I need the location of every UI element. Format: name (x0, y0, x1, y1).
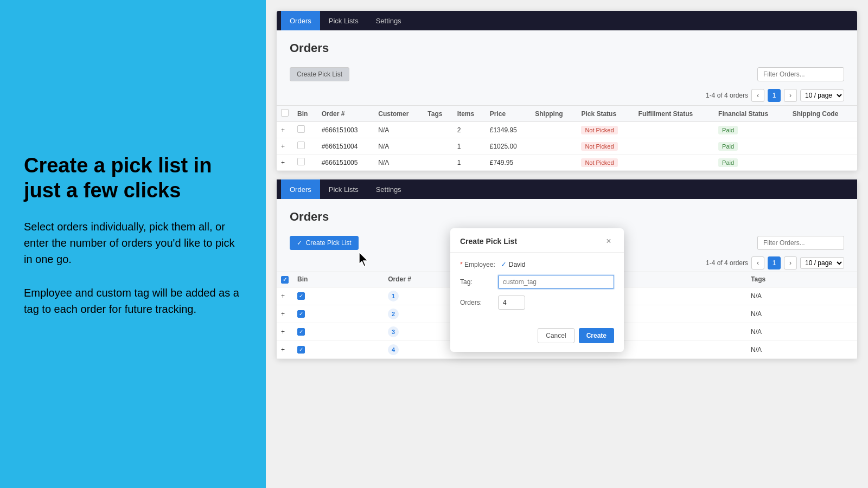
tab-picklists-2[interactable]: Pick Lists (320, 179, 367, 199)
th-select-all-2 (277, 272, 293, 287)
row1-customer: N/A (374, 122, 423, 138)
per-page-select-1[interactable]: 10 / page (800, 89, 844, 101)
bin-4: 4 (388, 344, 399, 355)
employee-row: Employee: ✓ David (460, 260, 614, 268)
row3-customer: N/A (374, 155, 423, 171)
expand-r4[interactable]: + (277, 341, 293, 358)
row2-financial: Paid (714, 138, 788, 155)
page-content-1: Orders (277, 30, 857, 63)
create-pick-list-button-1[interactable]: Create Pick List (290, 67, 349, 81)
row2-customer: N/A (374, 138, 423, 155)
row3-fulfillment (634, 155, 714, 171)
page-2-btn[interactable]: 1 (768, 256, 781, 269)
employee-check-icon: ✓ (501, 260, 507, 268)
r3-cb[interactable] (293, 323, 384, 341)
tab-picklists-1[interactable]: Pick Lists (320, 11, 367, 30)
expand-2[interactable]: + (277, 138, 293, 155)
th-price-1: Price (486, 106, 531, 122)
row2-tags (423, 138, 453, 155)
tag-input[interactable] (498, 275, 614, 289)
orders-count-input[interactable] (498, 296, 525, 310)
right-panel: Orders Pick Lists Settings Orders Create… (266, 0, 868, 488)
pagination-info-2: 1-4 of 4 orders (706, 259, 748, 267)
create-pick-list-button-2[interactable]: ✓ Create Pick List (290, 236, 359, 250)
row3-order: #666151005 (317, 155, 374, 171)
modal-close-button[interactable]: × (603, 236, 614, 247)
r4-cb[interactable] (293, 341, 384, 358)
expand-r3[interactable]: + (277, 323, 293, 341)
modal-footer: Cancel Create (450, 324, 624, 343)
expand-r2[interactable]: + (277, 305, 293, 323)
app-window-1: Orders Pick Lists Settings Orders Create… (277, 11, 857, 171)
row2-pick-status: Not Picked (577, 138, 634, 155)
expand-1[interactable]: + (277, 122, 293, 138)
nav-bar-1: Orders Pick Lists Settings (277, 11, 857, 30)
tag-label: Tag: (460, 278, 493, 286)
next-page-1[interactable]: › (784, 89, 797, 102)
row3-shipping-code (788, 155, 857, 171)
r3-customer: N/A (746, 323, 857, 341)
r2-customer: N/A (746, 305, 857, 323)
create-button[interactable]: Create (579, 328, 614, 343)
th-items-1: Items (453, 106, 486, 122)
row2-checkbox[interactable] (293, 138, 317, 155)
row1-shipping (531, 122, 577, 138)
employee-label: Employee: (460, 261, 495, 268)
employee-select[interactable]: ✓ David (501, 260, 614, 268)
orders-row: Orders: (460, 296, 614, 310)
row3-checkbox[interactable] (293, 155, 317, 171)
row3-financial: Paid (714, 155, 788, 171)
pagination-1: 1-4 of 4 orders ‹ 1 › 10 / page (277, 86, 857, 105)
row3-shipping (531, 155, 577, 171)
pagination-info-1: 1-4 of 4 orders (706, 92, 748, 99)
tab-orders-2[interactable]: Orders (281, 179, 320, 199)
modal-title: Create Pick List (460, 237, 517, 246)
row3-items: 1 (453, 155, 486, 171)
select-all-checkbox-1[interactable] (281, 109, 289, 117)
prev-page-1[interactable]: ‹ (751, 89, 764, 102)
r2-cb[interactable] (293, 305, 384, 323)
toolbar-1: Create Pick List (277, 63, 857, 86)
filter-input-2[interactable] (757, 236, 844, 250)
th-shipping-code-1: Shipping Code (788, 106, 857, 122)
bin-1: 1 (388, 291, 399, 301)
row1-order: #666151003 (317, 122, 374, 138)
table-row: + #666151005 N/A 1 £749.95 Not Picked Pa… (277, 155, 857, 171)
modal-header: Create Pick List × (450, 228, 624, 253)
page-title-2: Orders (290, 210, 329, 223)
tag-row: Tag: (460, 275, 614, 289)
bin-3: 3 (388, 326, 399, 337)
th-shipping-1: Shipping (531, 106, 577, 122)
th-bin-2: Bin (293, 272, 384, 287)
expand-r1[interactable]: + (277, 287, 293, 305)
tab-settings-2[interactable]: Settings (367, 179, 410, 199)
create-pick-list-modal: Create Pick List × Employee: ✓ David Tag… (450, 228, 624, 352)
expand-3[interactable]: + (277, 155, 293, 171)
tab-orders-1[interactable]: Orders (281, 11, 320, 30)
th-bin-1: Bin (293, 106, 317, 122)
per-page-select-2[interactable]: 10 / page (800, 257, 844, 269)
row2-order: #666151004 (317, 138, 374, 155)
cancel-button[interactable]: Cancel (538, 328, 574, 343)
filter-input-1[interactable] (757, 67, 844, 81)
page-1-btn[interactable]: 1 (768, 89, 781, 102)
th-tags-1: Tags (423, 106, 453, 122)
row1-financial: Paid (714, 122, 788, 138)
tab-settings-1[interactable]: Settings (367, 11, 410, 30)
th-order-1: Order # (317, 106, 374, 122)
row1-price: £1349.95 (486, 122, 531, 138)
orders-label: Orders: (460, 299, 493, 306)
row1-checkbox[interactable] (293, 122, 317, 138)
prev-page-2[interactable]: ‹ (751, 256, 764, 269)
th-checkbox (277, 106, 293, 122)
select-all-checkbox-2[interactable] (281, 276, 289, 284)
page-content-2: Orders (277, 199, 857, 232)
paragraph-2: Employee and custom tag will be added as… (24, 285, 242, 317)
orders-table-1: Bin Order # Customer Tags Items Price Sh… (277, 105, 857, 171)
th-tags-2: Tags (746, 272, 857, 287)
row3-pick-status: Not Picked (577, 155, 634, 171)
row3-price: £749.95 (486, 155, 531, 171)
r1-cb[interactable] (293, 287, 384, 305)
row3-tags (423, 155, 453, 171)
next-page-2[interactable]: › (784, 256, 797, 269)
